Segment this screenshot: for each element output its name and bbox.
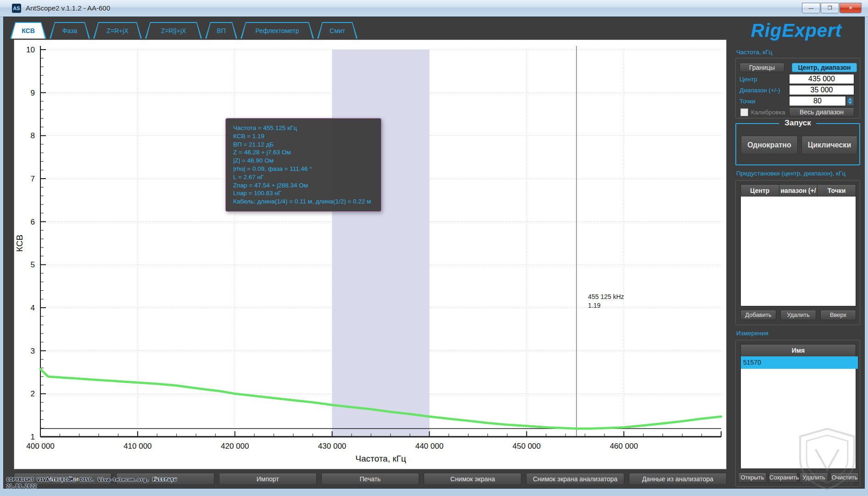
maximize-button[interactable]: ❐: [821, 3, 839, 13]
tooltip-line: L = 2.67 нГ: [233, 173, 374, 181]
tooltip-line: Кабель: длина(1/4) = 0.11 м, длина(1/2) …: [233, 197, 374, 206]
points-stepper[interactable]: [846, 96, 854, 106]
analyzer-screenshot-button[interactable]: Снимок экрана анализатора: [526, 473, 624, 485]
tab-label: Z=R||+jX: [146, 23, 201, 39]
tooltip-line: ВП = 21.12 дБ: [233, 141, 374, 149]
points-label: Точки: [739, 98, 756, 105]
print-button[interactable]: Печать: [321, 473, 419, 485]
svg-text:4: 4: [31, 304, 35, 312]
preset-add-button[interactable]: Добавить: [740, 310, 776, 320]
tooltip-line: Zпар = 47.54 + j288.34 Ом: [233, 181, 374, 190]
preset-up-button[interactable]: Вверх: [820, 310, 856, 320]
import-button[interactable]: Импорт: [219, 473, 317, 485]
tab-label: Фаза: [51, 23, 89, 39]
chart-panel: 400 000410 000420 000430 000440 000450 0…: [14, 39, 727, 469]
svg-text:9: 9: [31, 89, 35, 97]
center-input[interactable]: [789, 74, 854, 84]
measurement-delete-button[interactable]: Удалить: [800, 473, 828, 483]
marker-frequency: 455 125 kHz: [588, 293, 624, 301]
range-label: Диапазон (+/-): [739, 87, 780, 94]
minimize-button[interactable]: —: [802, 3, 820, 13]
measurements-header: Имя: [741, 344, 856, 356]
tab-smith[interactable]: Смит: [317, 22, 358, 39]
tab-reflectometer[interactable]: Рефлектометр: [241, 22, 314, 39]
presets-col-header[interactable]: Центр: [741, 185, 779, 197]
launch-title: Запуск: [779, 118, 816, 128]
svg-text:400 000: 400 000: [26, 442, 54, 451]
frequency-section-label: Частота, кГц: [736, 49, 773, 56]
center-label: Центр: [739, 76, 757, 83]
svg-text:6: 6: [31, 218, 35, 226]
measurement-row-selected[interactable]: 51570: [741, 356, 858, 369]
svg-text:7: 7: [31, 175, 35, 183]
presets-col-header[interactable]: иапазон (+/: [779, 185, 818, 197]
measurement-clear-button[interactable]: Очистить: [830, 473, 859, 483]
tooltip-line: Z = 46.28 + j7.63 Ом: [233, 148, 374, 157]
swr-plot[interactable]: 400 000410 000420 000430 000440 000450 0…: [14, 40, 726, 469]
svg-text:Частота, кГц: Частота, кГц: [355, 454, 406, 463]
title-bar: AS AntScope2 v.1.1.2 - AA-600 — ❐ ✕: [0, 0, 868, 17]
tab-vp[interactable]: ВП: [205, 22, 237, 39]
svg-text:5: 5: [31, 260, 35, 269]
tab-faza[interactable]: Фаза: [50, 22, 90, 39]
svg-text:1: 1: [31, 433, 35, 441]
settings-button[interactable]: Настройки: [14, 473, 112, 485]
svg-text:8: 8: [31, 131, 35, 140]
tab-label: Z=R+jX: [95, 23, 140, 39]
presets-label: Предустановки (центр, диапазон), кГц: [736, 170, 846, 177]
application-window: AS AntScope2 v.1.1.2 - AA-600 — ❐ ✕ КСВФ…: [0, 0, 868, 496]
calibration-checkbox[interactable]: [740, 108, 748, 116]
tab-z-parallel[interactable]: Z=R||+jX: [145, 22, 202, 39]
svg-text:450 000: 450 000: [513, 442, 541, 451]
stepper-up-icon[interactable]: [848, 98, 852, 101]
svg-text:420 000: 420 000: [221, 442, 249, 451]
range-input[interactable]: [789, 85, 854, 95]
stepper-down-icon[interactable]: [848, 101, 852, 104]
svg-text:460 000: 460 000: [610, 442, 638, 451]
presets-table[interactable]: Центриапазон (+/Точки: [740, 184, 856, 306]
presets-groupbox: Центриапазон (+/Точки ДобавитьУдалитьВве…: [735, 180, 860, 325]
tab-ksv[interactable]: КСВ: [10, 22, 46, 39]
tab-label: Смит: [319, 23, 356, 39]
svg-text:440 000: 440 000: [415, 442, 443, 451]
measurements-groupbox: Имя 51570 ОткрытьСохранитьУдалитьОчистит…: [735, 340, 860, 487]
tab-label: ВП: [207, 23, 236, 39]
presets-col-header[interactable]: Точки: [818, 185, 856, 197]
preset-delete-button[interactable]: Удалить: [780, 310, 816, 320]
mode-bounds-button[interactable]: Границы: [739, 63, 784, 72]
marker-swr: 1.19: [588, 301, 624, 310]
measurements-table[interactable]: Имя 51570: [740, 344, 856, 469]
tooltip-line: |Z| = 46.90 Ом: [233, 157, 374, 165]
points-input[interactable]: [789, 96, 846, 106]
tooltip-line: Частота = 455 125 кГц: [233, 124, 374, 132]
measurements-label: Измерения: [736, 330, 768, 337]
tab-bar: КСВФазаZ=R+jXZ=R||+jXВПРефлектометрСмит: [10, 21, 358, 39]
single-run-button[interactable]: Однократно: [741, 136, 798, 154]
analyzer-data-button[interactable]: Данные из анализатора: [629, 473, 727, 485]
app-icon: AS: [12, 4, 21, 13]
cyclic-run-button[interactable]: Циклически: [801, 136, 857, 154]
export-button[interactable]: Экспорт: [116, 473, 214, 485]
calibration-label: Калибровка: [751, 109, 785, 116]
svg-text:2: 2: [31, 389, 35, 398]
svg-text:КСВ: КСВ: [15, 235, 24, 252]
launch-groupbox: Запуск Однократно Циклически: [735, 123, 860, 165]
close-button[interactable]: ✕: [840, 3, 862, 13]
svg-text:3: 3: [31, 347, 35, 355]
rigexpert-logo: RigExpert: [734, 20, 859, 41]
full-range-button[interactable]: Весь диапазон: [789, 107, 854, 117]
mode-center-span-button[interactable]: Центр, диапазон: [792, 63, 857, 72]
tab-z-series[interactable]: Z=R+jX: [93, 22, 142, 39]
screenshot-button[interactable]: Снимок экрана: [424, 473, 521, 485]
window-title: AntScope2 v.1.1.2 - AA-600: [26, 0, 110, 17]
bottom-toolbar: НастройкиЭкспортИмпортПечатьСнимок экран…: [14, 473, 727, 486]
tab-label: КСВ: [11, 23, 45, 39]
svg-text:410 000: 410 000: [123, 442, 151, 451]
tooltip-line: Lпар = 100.83 нГ: [233, 189, 374, 197]
marker-label: 455 125 kHz 1.19: [588, 293, 624, 310]
tooltip-line: |rho| = 0.09, фаза = 111.46 °: [233, 165, 374, 173]
measurement-open-button[interactable]: Открыть: [738, 473, 767, 483]
frequency-groupbox: Границы Центр, диапазон Центр Диапазон (…: [735, 58, 860, 118]
measurement-save-button[interactable]: Сохранить: [769, 473, 797, 483]
window-controls: — ❐ ✕: [801, 3, 862, 13]
